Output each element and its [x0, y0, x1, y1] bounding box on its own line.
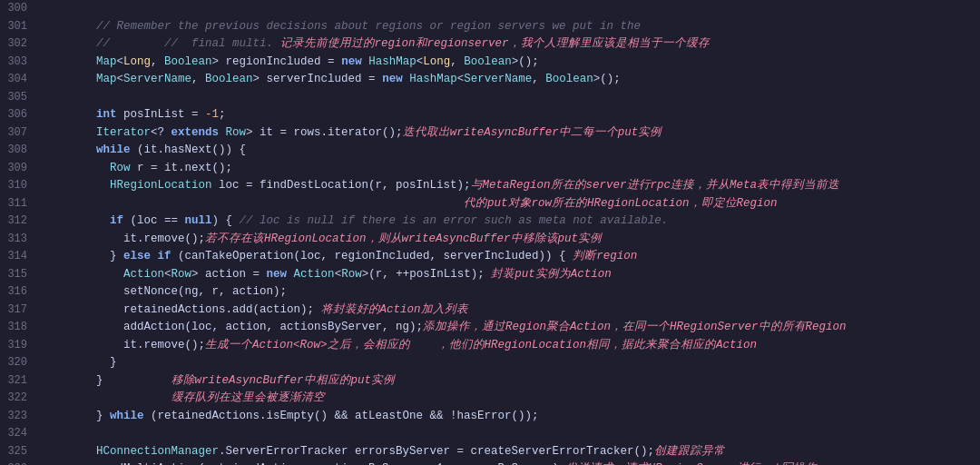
line-number: 308	[0, 142, 38, 160]
table-row: 317 retainedActions.add(action); 将封装好的Ac…	[0, 302, 980, 320]
line-content: if (loc == null) { // loc is null if the…	[38, 213, 980, 231]
line-content: retainedActions.add(action); 将封装好的Action…	[38, 302, 980, 320]
line-content: HRegionLocation loc = findDestLocation(r…	[38, 177, 980, 195]
line-number: 322	[0, 390, 38, 408]
table-row: 326 sendMultiAction(retainedActions, act…	[0, 460, 980, 465]
table-row: 313 it.remove();若不存在该HRegionLocation，则从w…	[0, 231, 980, 249]
line-content: Row r = it.next();	[38, 160, 980, 178]
table-row: 325 HConnectionManager.ServerErrorTracke…	[0, 443, 980, 461]
table-row: 305	[0, 89, 980, 107]
table-row: 321 } 移除writeAsyncBuffer中相应的put实例	[0, 372, 980, 391]
line-content: 代的put对象row所在的HRegionLocation，即定位Region	[38, 195, 980, 213]
line-number: 323	[0, 408, 38, 426]
line-content: } else if (canTakeOperation(loc, regionI…	[38, 248, 980, 266]
table-row: 324	[0, 425, 980, 443]
line-number: 309	[0, 160, 38, 178]
line-content: // // final multi. 记录先前使用过的region和region…	[38, 35, 980, 54]
table-row: 312 if (loc == null) { // loc is null if…	[0, 213, 980, 231]
table-row: 300	[0, 0, 980, 18]
line-number: 316	[0, 283, 38, 302]
line-number: 303	[0, 54, 38, 72]
line-number: 324	[0, 425, 38, 443]
line-content: it.remove();若不存在该HRegionLocation，则从write…	[38, 231, 980, 249]
line-content: }	[38, 354, 980, 372]
line-number: 302	[0, 35, 38, 54]
table-row: 302 // // final multi. 记录先前使用过的region和re…	[0, 35, 980, 54]
line-number: 318	[0, 319, 38, 337]
line-number: 314	[0, 248, 38, 266]
table-row: 301 // Remember the previous decisions a…	[0, 18, 980, 36]
table-row: 307 Iterator<? extends Row> it = rows.it…	[0, 124, 980, 143]
table-row: 316 setNonce(ng, r, action);	[0, 283, 980, 302]
line-content: Iterator<? extends Row> it = rows.iterat…	[38, 124, 980, 143]
line-content	[38, 0, 980, 18]
line-content: HConnectionManager.ServerErrorTracker er…	[38, 443, 980, 461]
table-row: 323 } while (retainedActions.isEmpty() &…	[0, 408, 980, 426]
line-number: 325	[0, 443, 38, 461]
line-content: Map<Long, Boolean> regionIncluded = new …	[38, 54, 980, 72]
line-content: 缓存队列在这里会被逐渐清空	[38, 390, 980, 408]
line-content: while (it.hasNext()) {	[38, 142, 980, 160]
table-row: 315 Action<Row> action = new Action<Row>…	[0, 266, 980, 284]
line-number: 326	[0, 460, 38, 465]
line-number: 312	[0, 213, 38, 231]
line-number: 315	[0, 266, 38, 284]
line-number: 313	[0, 231, 38, 249]
line-content: sendMultiAction(retainedActions, actions…	[38, 460, 980, 465]
table-row: 306 int posInList = -1;	[0, 106, 980, 124]
line-content	[38, 425, 980, 443]
line-content: addAction(loc, action, actionsByServer, …	[38, 319, 980, 337]
table-row: 322 缓存队列在这里会被逐渐清空	[0, 390, 980, 408]
line-content: int posInList = -1;	[38, 106, 980, 124]
line-number: 301	[0, 18, 38, 36]
line-number: 317	[0, 302, 38, 320]
table-row: 303 Map<Long, Boolean> regionIncluded = …	[0, 54, 980, 72]
line-number: 305	[0, 89, 38, 107]
table-row: 319 it.remove();生成一个Action<Row>之后，会相应的 ，…	[0, 337, 980, 355]
line-number: 320	[0, 354, 38, 372]
line-number: 311	[0, 195, 38, 213]
line-content	[38, 89, 980, 107]
table-row: 311 代的put对象row所在的HRegionLocation，即定位Regi…	[0, 195, 980, 213]
table-row: 309 Row r = it.next();	[0, 160, 980, 178]
line-content: setNonce(ng, r, action);	[38, 283, 980, 302]
table-row: 310 HRegionLocation loc = findDestLocati…	[0, 177, 980, 195]
line-content: } 移除writeAsyncBuffer中相应的put实例	[38, 372, 980, 391]
line-number: 306	[0, 106, 38, 124]
table-row: 314 } else if (canTakeOperation(loc, reg…	[0, 248, 980, 266]
line-number: 321	[0, 372, 38, 391]
line-number: 310	[0, 177, 38, 195]
table-row: 320 }	[0, 354, 980, 372]
table-row: 308 while (it.hasNext()) {	[0, 142, 980, 160]
line-number: 319	[0, 337, 38, 355]
code-viewer: 300 301 // Remember the previous decisio…	[0, 0, 980, 465]
table-row: 318 addAction(loc, action, actionsByServ…	[0, 319, 980, 337]
line-number: 307	[0, 124, 38, 143]
line-content: // Remember the previous decisions about…	[38, 18, 980, 36]
line-content: Map<ServerName, Boolean> serverIncluded …	[38, 71, 980, 89]
table-row: 304 Map<ServerName, Boolean> serverInclu…	[0, 71, 980, 89]
line-content: it.remove();生成一个Action<Row>之后，会相应的 ，他们的H…	[38, 337, 980, 355]
line-number: 300	[0, 0, 38, 18]
line-content: Action<Row> action = new Action<Row>(r, …	[38, 266, 980, 284]
line-number: 304	[0, 71, 38, 89]
line-content: } while (retainedActions.isEmpty() && at…	[38, 408, 980, 426]
